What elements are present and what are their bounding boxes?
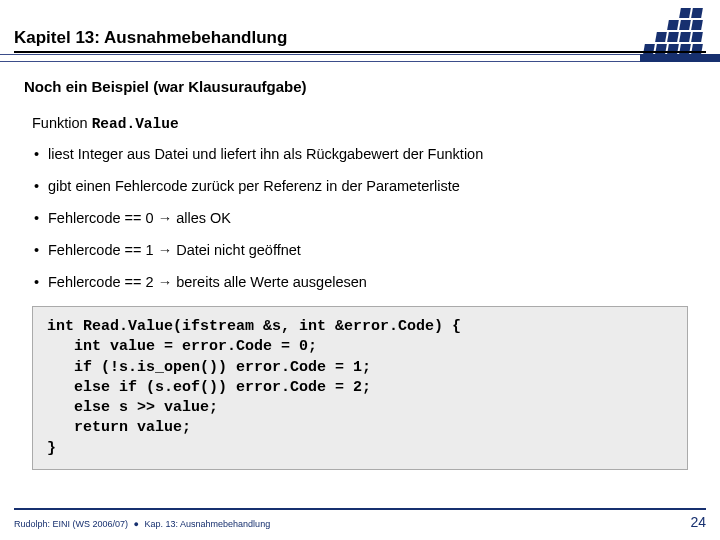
chapter-title: Kapitel 13: Ausnahmebehandlung xyxy=(14,28,706,53)
function-name: Read.Value xyxy=(92,116,179,132)
function-label: Funktion xyxy=(32,115,88,131)
slide-content: Noch ein Beispiel (war Klausuraufgabe) F… xyxy=(0,70,720,470)
slide-header: Kapitel 13: Ausnahmebehandlung xyxy=(0,0,720,70)
list-item: Fehlercode == 1 → Datei nicht geöffnet xyxy=(34,242,696,258)
section-title: Noch ein Beispiel (war Klausuraufgabe) xyxy=(24,78,696,95)
list-item: liest Integer aus Datei und liefert ihn … xyxy=(34,146,696,162)
slide-footer: Rudolph: EINI (WS 2006/07) ● Kap. 13: Au… xyxy=(0,508,720,530)
slide: Kapitel 13: Ausnahmebehandlung Noch ein … xyxy=(0,0,720,540)
list-item: gibt einen Fehlercode zurück per Referen… xyxy=(34,178,696,194)
header-band xyxy=(0,54,720,62)
list-item: Fehlercode == 0 → alles OK xyxy=(34,210,696,226)
footer-text: Rudolph: EINI (WS 2006/07) ● Kap. 13: Au… xyxy=(14,519,270,529)
list-item: Fehlercode == 2 → bereits alle Werte aus… xyxy=(34,274,696,290)
function-heading: Funktion Read.Value xyxy=(32,115,696,132)
bullet-list: liest Integer aus Datei und liefert ihn … xyxy=(34,146,696,290)
code-block: int Read.Value(ifstream &s, int &error.C… xyxy=(32,306,688,470)
footer-author: Rudolph: EINI (WS 2006/07) xyxy=(14,519,128,529)
footer-chapter: Kap. 13: Ausnahmebehandlung xyxy=(145,519,271,529)
page-number: 24 xyxy=(690,514,706,530)
footer-separator: ● xyxy=(131,519,142,529)
